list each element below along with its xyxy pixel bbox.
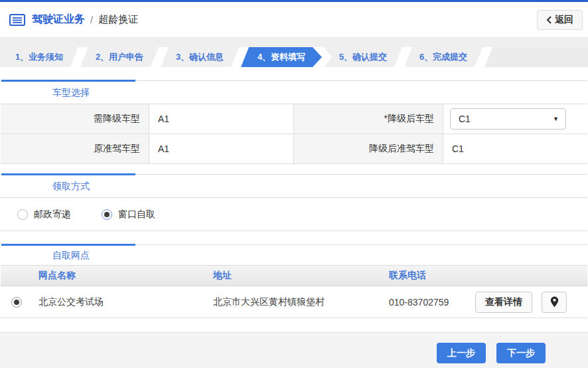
radio-option-postal-delivery[interactable]: 邮政寄递 <box>17 209 71 221</box>
view-details-button[interactable]: 查看详情 <box>475 292 532 313</box>
step-progress-bar: 1、业务须知 2、用户申告 3、确认信息 4、资料填写 5、确认提交 6、完成提… <box>0 47 588 67</box>
step-3-confirm-info[interactable]: 3、确认信息 <box>161 47 239 67</box>
label-downgrade-needed-type: 需降级车型 <box>1 104 149 134</box>
breadcrumb-current: 超龄换证 <box>98 13 138 26</box>
radio-label-window-pickup: 窗口自取 <box>118 209 155 221</box>
step-5-confirm-submit[interactable]: 5、确认提交 <box>324 47 402 67</box>
chevron-left-icon <box>546 16 551 24</box>
spacer <box>0 231 588 244</box>
step-1-business-notice[interactable]: 1、业务须知 <box>0 47 78 67</box>
license-card-icon <box>9 14 25 26</box>
step-2-user-declaration[interactable]: 2、用户申告 <box>80 47 159 67</box>
step-4-fill-materials[interactable]: 4、资料填写 <box>241 47 322 67</box>
section-pickup-outlets: 自取网点 网点名称 地址 联系电话 北京公交考试场 北京市大兴区黄村镇狼垡村 0… <box>1 244 587 318</box>
chevron-down-icon: ▼ <box>553 116 559 122</box>
column-header-address: 地址 <box>207 270 383 282</box>
previous-step-button[interactable]: 上一步 <box>437 343 486 363</box>
spacer <box>0 67 588 80</box>
section-title-pickup-method: 领取方式 <box>1 175 587 197</box>
next-step-button[interactable]: 下一步 <box>496 343 546 363</box>
back-button[interactable]: 返回 <box>537 10 583 30</box>
outlet-table-row[interactable]: 北京公交考试场 北京市大兴区黄村镇狼垡村 010-83702759 查看详情 <box>1 286 587 318</box>
label-original-permitted-type: 原准驾车型 <box>1 134 149 164</box>
footer-action-bar: 上一步 下一步 <box>0 332 588 368</box>
outlet-row-radio-checked[interactable] <box>11 297 22 308</box>
radio-icon-checked[interactable] <box>102 209 112 220</box>
section-pickup-method: 领取方式 邮政寄递 窗口自取 <box>1 174 587 231</box>
label-after-downgrade-type: *降级后车型 <box>294 104 443 134</box>
back-button-label: 返回 <box>555 14 573 26</box>
section-title-pickup-outlets: 自取网点 <box>1 245 587 265</box>
column-header-outlet-name: 网点名称 <box>33 270 207 282</box>
label-permitted-after-downgrade: 降级后准驾车型 <box>294 134 443 164</box>
breadcrumb-separator: / <box>90 14 93 25</box>
radio-label-postal-delivery: 邮政寄递 <box>34 209 71 221</box>
value-downgrade-needed-type: A1 <box>149 104 294 134</box>
pickup-options-row: 邮政寄递 窗口自取 <box>1 197 587 231</box>
cell-after-downgrade-select: C1 ▼ <box>443 104 587 134</box>
page-title: 驾驶证业务 <box>32 13 85 27</box>
radio-icon-unchecked[interactable] <box>17 209 28 220</box>
map-pin-icon <box>550 296 559 308</box>
outlets-table-header: 网点名称 地址 联系电话 <box>1 265 587 286</box>
header-gap <box>0 38 588 47</box>
value-permitted-after-downgrade: C1 <box>443 134 587 164</box>
spacer <box>0 164 588 174</box>
outlet-radio-cell <box>1 297 33 308</box>
spacer <box>0 318 588 332</box>
outlet-phone: 010-83702759 <box>383 297 469 308</box>
section-vehicle-type: 车型选择 需降级车型 A1 *降级后车型 C1 ▼ 原准驾车型 A1 降级后准驾… <box>1 80 587 164</box>
vehicle-form-grid: 需降级车型 A1 *降级后车型 C1 ▼ 原准驾车型 A1 降级后准驾车型 C1 <box>1 104 587 164</box>
step-6-complete-submit[interactable]: 6、完成提交 <box>404 47 482 67</box>
section-title-vehicle-type: 车型选择 <box>1 81 587 104</box>
page-header: 驾驶证业务 / 超龄换证 返回 <box>0 2 588 38</box>
map-pin-button[interactable] <box>542 292 567 313</box>
value-original-permitted-type: A1 <box>149 134 294 164</box>
outlet-address: 北京市大兴区黄村镇狼垡村 <box>207 296 383 308</box>
after-downgrade-type-select[interactable]: C1 ▼ <box>450 108 566 130</box>
outlet-actions: 查看详情 <box>469 292 587 313</box>
step-bar-filler <box>484 47 588 67</box>
outlet-name: 北京公交考试场 <box>33 296 207 308</box>
select-current-value: C1 <box>459 114 471 124</box>
radio-option-window-pickup[interactable]: 窗口自取 <box>102 209 155 221</box>
column-header-phone: 联系电话 <box>383 270 469 282</box>
